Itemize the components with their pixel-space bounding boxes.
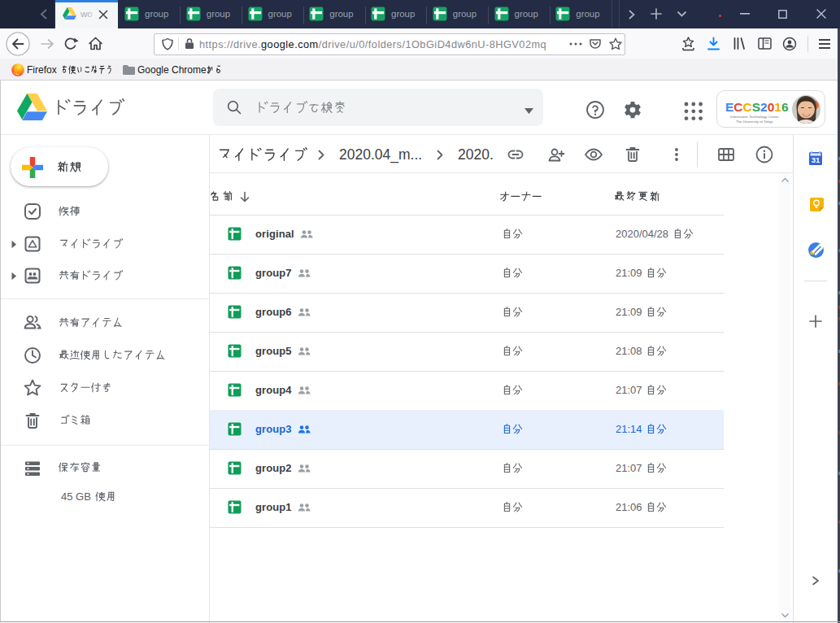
svg-text:31: 31 bbox=[812, 155, 820, 164]
